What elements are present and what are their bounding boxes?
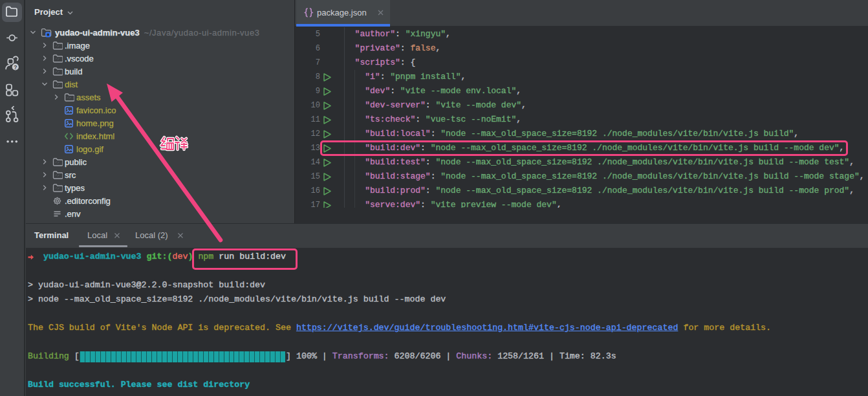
svg-text:?: ? xyxy=(14,64,17,71)
